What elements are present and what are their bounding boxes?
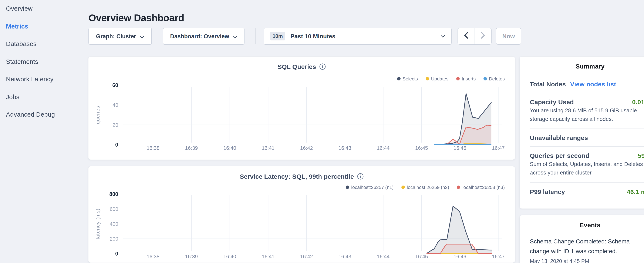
toolbar-divider xyxy=(255,28,256,44)
qps-description: Sum of Selects, Updates, Inserts, and De… xyxy=(530,160,644,177)
graph-dropdown-label: Graph: Cluster xyxy=(96,33,136,39)
summary-row-p99: P99 latency 46.1 ms xyxy=(530,183,644,201)
x-tick-label: 16:44 xyxy=(377,254,390,259)
x-tick-label: 16:46 xyxy=(454,145,466,151)
y-tick-label: 200 xyxy=(110,236,118,242)
summary-row-unavailable-ranges: Unavailable ranges 0 xyxy=(530,129,644,146)
graph-dropdown[interactable]: Graph: Cluster xyxy=(88,28,152,45)
x-tick-label: 16:41 xyxy=(262,145,274,151)
x-tick-label: 16:43 xyxy=(338,145,351,151)
page-title: Overview Dashboard xyxy=(88,13,184,24)
total-nodes-label: Total Nodes xyxy=(530,80,566,88)
y-tick-label: 400 xyxy=(110,221,118,227)
summary-row-qps: Queries per second 59.7 Sum of Selects, … xyxy=(530,147,644,177)
x-tick-label: 16:45 xyxy=(415,254,428,259)
dashboard-dropdown[interactable]: Dashboard: Overview xyxy=(163,28,244,45)
x-tick-label: 16:42 xyxy=(300,145,313,151)
qps-value: 59.7 xyxy=(638,152,644,159)
dashboard-dropdown-label: Dashboard: Overview xyxy=(170,33,229,39)
chevron-down-icon xyxy=(233,33,237,39)
y-tick-label: 60 xyxy=(112,82,118,88)
events-title: Events xyxy=(520,215,644,229)
time-step-forward-button[interactable] xyxy=(475,28,491,44)
service-latency-chart-card: Service Latency: SQL, 99th percentile lo… xyxy=(88,166,515,262)
x-tick-label: 16:42 xyxy=(300,254,313,259)
y-axis-label: latency (ms) xyxy=(95,208,100,239)
x-tick-label: 16:46 xyxy=(454,254,466,259)
time-range-picker[interactable]: 10m Past 10 Minutes xyxy=(264,28,452,45)
sidebar-item-overview[interactable]: Overview xyxy=(6,5,55,12)
chevron-left-icon xyxy=(464,32,468,41)
summary-panel: Summary Total Nodes View nodes list 3 Ca… xyxy=(520,57,644,208)
sidebar-item-databases[interactable]: Databases xyxy=(6,40,55,48)
event-list-item[interactable]: Schema Change Completed: Schema change w… xyxy=(520,234,644,263)
sidebar-item-network-latency[interactable]: Network Latency xyxy=(6,75,55,83)
sidebar-nav: OverviewMetricsDatabasesStatementsNetwor… xyxy=(6,5,55,118)
event-timestamp: May 13, 2020 at 4:45 PM xyxy=(520,256,644,263)
y-tick-label: 20 xyxy=(112,122,118,128)
chevron-down-icon xyxy=(440,35,445,38)
x-tick-label: 16:47 xyxy=(492,145,505,151)
summary-title: Summary xyxy=(520,57,644,70)
p99-latency-value: 46.1 ms xyxy=(627,188,644,195)
sql-queries-chart-card: SQL Queries SelectsUpdatesInsertsDeletes… xyxy=(88,57,515,160)
sidebar-item-jobs[interactable]: Jobs xyxy=(6,93,55,100)
capacity-used-description: You are using 28.6 MiB of 515.9 GiB usab… xyxy=(530,106,644,123)
y-axis-label: queries xyxy=(95,106,100,124)
sidebar-item-statements[interactable]: Statements xyxy=(6,58,55,65)
y-tick-label: 40 xyxy=(112,102,118,108)
metrics-page: OverviewMetricsDatabasesStatementsNetwor… xyxy=(0,0,644,263)
x-tick-label: 16:45 xyxy=(415,145,428,151)
x-tick-label: 16:43 xyxy=(338,254,351,259)
time-range-label: Past 10 Minutes xyxy=(290,33,336,40)
event-message: Schema Change Completed: Schema change w… xyxy=(520,234,644,256)
unavailable-ranges-label: Unavailable ranges xyxy=(530,134,588,141)
time-range-badge: 10m xyxy=(270,32,285,41)
summary-row-capacity: Capacity Used 0.01% You are using 28.6 M… xyxy=(530,93,644,123)
sql-queries-chart[interactable]: 16:3816:3916:4016:4116:4216:4316:4416:45… xyxy=(88,57,515,160)
x-tick-label: 16:38 xyxy=(147,145,160,151)
service-latency-chart[interactable]: 16:3816:3916:4016:4116:4216:4316:4416:45… xyxy=(88,166,515,262)
p99-latency-label: P99 latency xyxy=(530,188,565,195)
y-tick-label: 0 xyxy=(115,142,118,148)
now-button[interactable]: Now xyxy=(496,28,521,45)
chevron-down-icon xyxy=(140,33,144,39)
now-button-label: Now xyxy=(502,33,515,40)
sidebar-item-metrics[interactable]: Metrics xyxy=(6,22,55,30)
x-tick-label: 16:47 xyxy=(492,254,505,259)
capacity-used-label: Capacity Used xyxy=(530,98,574,106)
x-tick-label: 16:40 xyxy=(224,145,236,151)
y-tick-label: 0 xyxy=(115,251,118,256)
time-step-buttons xyxy=(458,28,492,45)
time-step-back-button[interactable] xyxy=(458,28,475,44)
capacity-used-value: 0.01% xyxy=(632,98,644,106)
chevron-right-icon xyxy=(481,32,485,41)
x-tick-label: 16:40 xyxy=(224,254,236,259)
x-tick-label: 16:38 xyxy=(147,254,160,259)
x-tick-label: 16:39 xyxy=(185,145,198,151)
y-tick-label: 800 xyxy=(109,191,118,197)
qps-label: Queries per second xyxy=(530,152,589,159)
x-tick-label: 16:44 xyxy=(377,145,390,151)
x-tick-label: 16:41 xyxy=(262,254,274,259)
x-tick-label: 16:39 xyxy=(185,254,198,259)
y-tick-label: 600 xyxy=(110,206,118,212)
sidebar-item-advanced-debug[interactable]: Advanced Debug xyxy=(6,111,55,118)
events-panel: Events Schema Change Completed: Schema c… xyxy=(520,215,644,263)
summary-row-total-nodes: Total Nodes View nodes list 3 xyxy=(530,75,644,93)
view-nodes-list-link[interactable]: View nodes list xyxy=(570,80,616,88)
